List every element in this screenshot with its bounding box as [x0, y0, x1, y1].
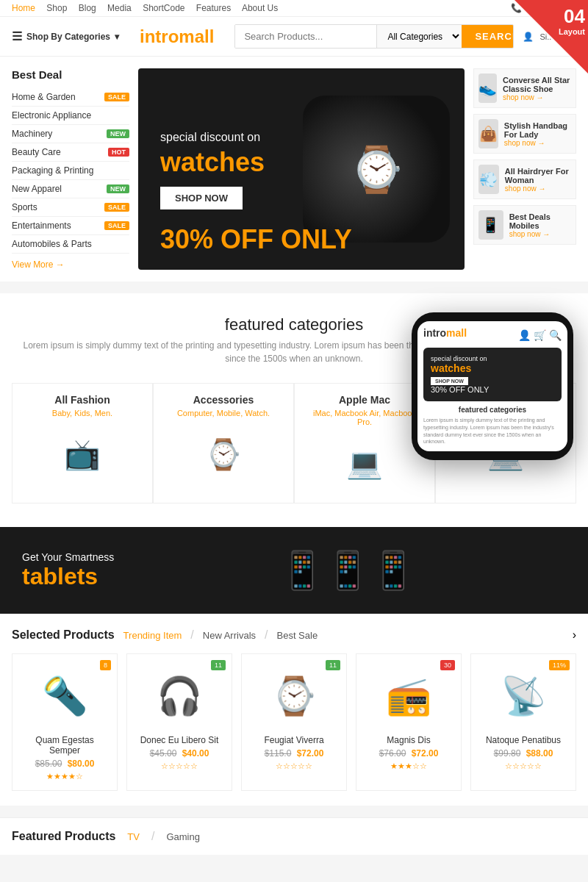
tab-trending[interactable]: Trending Item: [123, 630, 182, 641]
side-product-link[interactable]: shop now →: [504, 139, 545, 147]
list-item[interactable]: Home & Garden SALE: [12, 88, 129, 107]
phone-fc-title: featured categories: [423, 406, 562, 414]
phone-banner-small: special discount on: [431, 355, 554, 362]
side-product-item[interactable]: 💨 All Hairdryer For Woman shop now →: [473, 159, 576, 199]
side-product-link[interactable]: shop now →: [505, 184, 546, 193]
phone-shop-now[interactable]: SHOP NOW: [431, 377, 468, 385]
sale-badge: SALE: [104, 203, 129, 212]
nav-media[interactable]: Media: [107, 3, 132, 13]
tablets-banner: Get Your Smartness tablets 📱📱📱: [0, 527, 588, 614]
cat-link[interactable]: Machinery: [12, 129, 52, 139]
product-stars: ★★★☆☆: [365, 761, 452, 771]
search-input[interactable]: [235, 25, 376, 48]
cat-link[interactable]: Entertainments: [12, 220, 71, 231]
nav-features[interactable]: Features: [196, 3, 231, 13]
list-item[interactable]: Sports SALE: [12, 198, 129, 217]
nav-arrow-right[interactable]: ›: [573, 628, 576, 642]
best-deal-sidebar: Best Deal Home & Garden SALE Electronic …: [12, 68, 129, 270]
side-product-info: Best Deals Mobiles shop now →: [509, 212, 571, 238]
list-item[interactable]: Packaging & Printing: [12, 162, 129, 180]
cat-image: 💻: [305, 434, 424, 492]
hero-banner: ⌚ special discount on watches SHOP NOW 3…: [138, 68, 465, 270]
category-card-fashion[interactable]: All Fashion Baby, Kids, Men. 📺: [12, 383, 153, 503]
side-product-item[interactable]: 📱 Best Deals Mobiles shop now →: [473, 205, 576, 245]
logo-suffix: mall: [179, 26, 214, 46]
list-item[interactable]: Entertainments SALE: [12, 217, 129, 235]
tab-gaming[interactable]: Gaming: [166, 831, 200, 842]
product-name: Magnis Dis: [365, 735, 452, 745]
phone-section: All Fashion Baby, Kids, Men. 📺 Accessori…: [0, 371, 588, 614]
old-price: $99.80: [494, 748, 521, 759]
nav-blog[interactable]: Blog: [79, 3, 96, 13]
top-nav[interactable]: Home Shop Blog Media ShortCode Features …: [12, 3, 287, 13]
tab-sep: /: [265, 628, 268, 642]
side-product-link[interactable]: shop now →: [509, 230, 551, 238]
product-price: $115.0 $72.00: [251, 748, 337, 759]
nav-about[interactable]: About Us: [242, 3, 278, 13]
banner-discount: 30% OFF ONLY: [160, 224, 442, 255]
product-card[interactable]: 8 🔦 Quam Egestas Semper $85.00 $80.00 ★★…: [12, 653, 118, 791]
phone-banner: special discount on watches SHOP NOW 30%…: [423, 348, 562, 401]
old-price: $76.00: [379, 748, 406, 759]
product-stars: ☆☆☆☆☆: [480, 761, 567, 771]
side-product-img: 👟: [478, 74, 497, 103]
list-item[interactable]: Automobiles & Parts: [12, 235, 129, 254]
side-product-title: Best Deals Mobiles: [509, 212, 571, 230]
product-card[interactable]: 30 📻 Magnis Dis $76.00 $72.00 ★★★☆☆: [356, 653, 462, 791]
tab-tv[interactable]: TV: [127, 831, 140, 842]
cat-link[interactable]: Packaging & Printing: [12, 165, 93, 176]
old-price: $85.00: [35, 759, 62, 769]
product-price: $45.00 $40.00: [136, 748, 223, 759]
product-card[interactable]: 11 ⌚ Feugiat Viverra $115.0 $72.00 ☆☆☆☆☆: [241, 653, 347, 791]
cat-link[interactable]: Automobiles & Parts: [12, 239, 92, 249]
selected-products: Selected Products Trending Item / New Ar…: [0, 614, 588, 806]
hot-badge: HOT: [108, 148, 129, 157]
tablets-big: tablets: [22, 563, 114, 590]
product-card[interactable]: 11% 📡 Natoque Penatibus $99.80 $88.00 ☆☆…: [470, 653, 576, 791]
list-item[interactable]: Machinery NEW: [12, 125, 129, 143]
phone-discount: 30% OFF ONLY: [431, 385, 554, 394]
sp-title: Selected Products: [12, 628, 115, 642]
new-price: $88.00: [526, 748, 553, 759]
cat-link[interactable]: New Apparel: [12, 184, 62, 194]
category-select[interactable]: All Categories: [376, 25, 462, 48]
product-stars: ☆☆☆☆☆: [251, 761, 337, 771]
side-product-title: All Hairdryer For Woman: [505, 167, 571, 184]
product-image: ⌚: [251, 663, 337, 729]
list-item[interactable]: New Apparel NEW: [12, 180, 129, 198]
tablets-image: 📱📱📱: [129, 549, 566, 592]
product-image: 📡: [480, 663, 567, 729]
phone-screen: intromall 👤 🛒 🔍 special discount on watc…: [417, 321, 567, 451]
cat-link[interactable]: Beauty Care: [12, 147, 61, 157]
view-more-link[interactable]: View More →: [12, 259, 129, 270]
banner-text: special discount on watches SHOP NOW 30%…: [160, 131, 442, 255]
logo[interactable]: intromall: [140, 26, 214, 47]
cat-link[interactable]: Sports: [12, 202, 37, 212]
product-badge: 8: [100, 660, 111, 670]
list-item[interactable]: Beauty Care HOT: [12, 143, 129, 162]
tab-best-sale[interactable]: Best Sale: [277, 630, 318, 641]
cat-link[interactable]: Home & Garden: [12, 92, 76, 102]
side-product-info: Stylish Handbag For Lady shop now →: [504, 121, 571, 147]
nav-shortcode[interactable]: ShortCode: [143, 3, 184, 13]
shop-now-button[interactable]: SHOP NOW: [160, 187, 243, 209]
chevron-down-icon: ▾: [115, 32, 119, 42]
category-card-accessories[interactable]: Accessories Computer, Mobile, Watch. ⌚: [153, 383, 294, 503]
side-product-img: 💨: [478, 165, 499, 194]
cat-subtitle: iMac, Macbook Air, Macbook Pro.: [305, 409, 424, 426]
products-grid: 8 🔦 Quam Egestas Semper $85.00 $80.00 ★★…: [12, 653, 576, 791]
shop-by-categories[interactable]: ☰ Shop By Categories ▾: [12, 29, 119, 43]
nav-shop[interactable]: Shop: [46, 3, 67, 13]
new-badge: NEW: [107, 129, 129, 138]
side-product-item[interactable]: 👜 Stylish Handbag For Lady shop now →: [473, 114, 576, 154]
cat-link[interactable]: Electronic Appliance: [12, 110, 91, 121]
nav-home[interactable]: Home: [12, 3, 35, 13]
product-name: Donec Eu Libero Sit: [136, 735, 223, 745]
banner-big-text: watches: [160, 147, 442, 178]
tab-new-arrivals[interactable]: New Arrivals: [203, 630, 256, 641]
list-item[interactable]: Electronic Appliance: [12, 107, 129, 125]
side-product-link[interactable]: shop now →: [503, 93, 544, 101]
product-price: $85.00 $80.00: [21, 759, 108, 769]
banner-small-text: special discount on: [160, 131, 442, 144]
product-card[interactable]: 11 🎧 Donec Eu Libero Sit $45.00 $40.00 ☆…: [126, 653, 232, 791]
